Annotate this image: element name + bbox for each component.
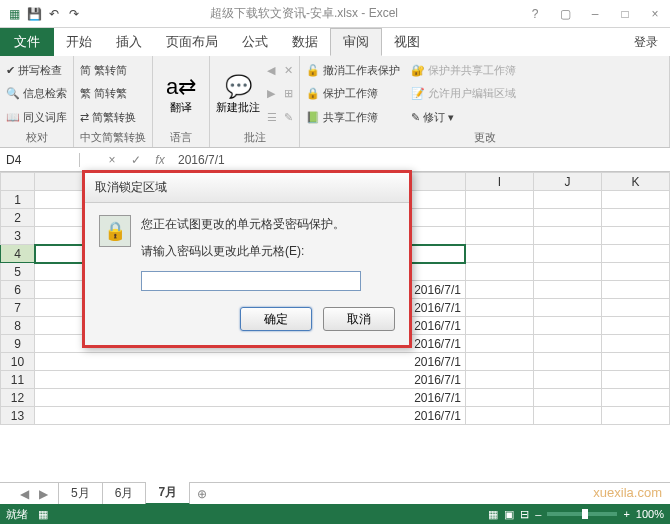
fx-enter-icon[interactable]: ✓ xyxy=(124,153,148,167)
tab-layout[interactable]: 页面布局 xyxy=(154,28,230,56)
cell[interactable] xyxy=(465,245,533,263)
tab-file[interactable]: 文件 xyxy=(0,28,54,56)
cell[interactable] xyxy=(533,317,601,335)
tab-insert[interactable]: 插入 xyxy=(104,28,154,56)
tab-review[interactable]: 审阅 xyxy=(330,28,382,56)
cell[interactable] xyxy=(465,227,533,245)
research-button[interactable]: 🔍 信息检索 xyxy=(6,85,67,102)
cancel-button[interactable]: 取消 xyxy=(323,307,395,331)
sheet-nav-next-icon[interactable]: ▶ xyxy=(39,487,48,501)
save-icon[interactable]: 💾 xyxy=(26,6,42,22)
cell[interactable] xyxy=(465,353,533,371)
cell[interactable] xyxy=(465,407,533,425)
row-header[interactable]: 2 xyxy=(1,209,35,227)
fx-cancel-icon[interactable]: × xyxy=(100,153,124,167)
trad-to-simp-button[interactable]: 简 繁转简 xyxy=(80,62,136,79)
cell[interactable] xyxy=(533,353,601,371)
cell[interactable] xyxy=(533,245,601,263)
cell[interactable] xyxy=(601,263,669,281)
password-input[interactable] xyxy=(141,271,361,291)
cell[interactable] xyxy=(465,371,533,389)
name-box[interactable]: D4 xyxy=(0,153,80,167)
cell[interactable] xyxy=(465,389,533,407)
row-header[interactable]: 13 xyxy=(1,407,35,425)
sheet-nav-prev-icon[interactable]: ◀ xyxy=(20,487,29,501)
cell[interactable] xyxy=(465,299,533,317)
cell[interactable]: 2016/7/1 xyxy=(35,353,466,371)
cell[interactable]: 2016/7/1 xyxy=(35,389,466,407)
cell[interactable] xyxy=(533,389,601,407)
thesaurus-button[interactable]: 📖 同义词库 xyxy=(6,109,67,126)
row-header[interactable]: 11 xyxy=(1,371,35,389)
row-header[interactable]: 10 xyxy=(1,353,35,371)
cell[interactable] xyxy=(533,299,601,317)
col-header[interactable]: I xyxy=(465,173,533,191)
normal-view-icon[interactable]: ▦ xyxy=(488,508,498,521)
cell[interactable] xyxy=(533,281,601,299)
simp-to-trad-button[interactable]: 繁 简转繁 xyxy=(80,85,136,102)
tab-view[interactable]: 视图 xyxy=(382,28,432,56)
cell[interactable] xyxy=(601,335,669,353)
cell[interactable]: 2016/7/1 xyxy=(35,371,466,389)
close-button[interactable]: × xyxy=(640,0,670,28)
cell[interactable] xyxy=(465,191,533,209)
ok-button[interactable]: 确定 xyxy=(240,307,312,331)
macro-icon[interactable]: ▦ xyxy=(38,508,48,521)
cell[interactable] xyxy=(533,263,601,281)
cell[interactable] xyxy=(601,299,669,317)
add-sheet-button[interactable]: ⊕ xyxy=(189,485,215,503)
page-break-view-icon[interactable]: ⊟ xyxy=(520,508,529,521)
share-workbook-button[interactable]: 📗 共享工作簿 xyxy=(306,109,400,126)
row-header[interactable]: 9 xyxy=(1,335,35,353)
cell[interactable] xyxy=(465,317,533,335)
cell[interactable] xyxy=(533,335,601,353)
cell[interactable] xyxy=(601,281,669,299)
cell[interactable] xyxy=(601,245,669,263)
track-changes-button[interactable]: ✎ 修订 ▾ xyxy=(411,109,516,126)
row-header[interactable]: 7 xyxy=(1,299,35,317)
tab-formula[interactable]: 公式 xyxy=(230,28,280,56)
row-header[interactable]: 12 xyxy=(1,389,35,407)
row-header[interactable]: 4 xyxy=(1,245,35,263)
row-header[interactable]: 5 xyxy=(1,263,35,281)
cell[interactable] xyxy=(533,209,601,227)
row-header[interactable]: 3 xyxy=(1,227,35,245)
undo-icon[interactable]: ↶ xyxy=(46,6,62,22)
cell[interactable] xyxy=(465,209,533,227)
protect-workbook-button[interactable]: 🔒 保护工作簿 xyxy=(306,85,400,102)
help-button[interactable]: ? xyxy=(520,0,550,28)
cell[interactable] xyxy=(533,191,601,209)
minimize-button[interactable]: – xyxy=(580,0,610,28)
col-header[interactable]: J xyxy=(533,173,601,191)
translate-button[interactable]: a⇄ 翻译 xyxy=(159,59,203,129)
fx-icon[interactable]: fx xyxy=(148,153,172,167)
tab-home[interactable]: 开始 xyxy=(54,28,104,56)
sheet-tab-june[interactable]: 6月 xyxy=(102,483,147,505)
cell[interactable] xyxy=(601,353,669,371)
unprotect-sheet-button[interactable]: 🔓 撤消工作表保护 xyxy=(306,62,400,79)
chinese-conv-button[interactable]: ⇄ 简繁转换 xyxy=(80,109,136,126)
zoom-out-icon[interactable]: – xyxy=(535,508,541,520)
cell[interactable] xyxy=(465,281,533,299)
zoom-slider[interactable] xyxy=(547,512,617,516)
cell[interactable] xyxy=(601,227,669,245)
zoom-in-icon[interactable]: + xyxy=(623,508,629,520)
select-all-corner[interactable] xyxy=(1,173,35,191)
formula-input[interactable]: 2016/7/1 xyxy=(172,153,670,167)
cell[interactable] xyxy=(601,317,669,335)
cell[interactable] xyxy=(533,371,601,389)
cell[interactable] xyxy=(465,335,533,353)
row-header[interactable]: 6 xyxy=(1,281,35,299)
row-header[interactable]: 8 xyxy=(1,317,35,335)
cell[interactable] xyxy=(533,407,601,425)
redo-icon[interactable]: ↷ xyxy=(66,6,82,22)
tab-data[interactable]: 数据 xyxy=(280,28,330,56)
cell[interactable] xyxy=(601,407,669,425)
cell[interactable]: 2016/7/1 xyxy=(35,407,466,425)
sheet-tab-july[interactable]: 7月 xyxy=(145,482,190,505)
ribbon-options-button[interactable]: ▢ xyxy=(550,0,580,28)
cell[interactable] xyxy=(601,389,669,407)
spellcheck-button[interactable]: ✔ 拼写检查 xyxy=(6,62,67,79)
row-header[interactable]: 1 xyxy=(1,191,35,209)
cell[interactable] xyxy=(533,227,601,245)
